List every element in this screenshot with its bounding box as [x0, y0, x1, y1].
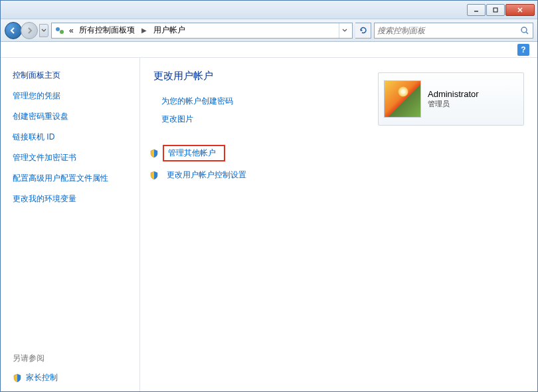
help-button[interactable]: ?: [517, 44, 529, 56]
see-also-label: 另请参阅: [13, 353, 132, 364]
user-info: Administrator 管理员: [428, 89, 479, 109]
link-uac-settings[interactable]: 更改用户帐户控制设置: [149, 168, 524, 182]
link-manage-other-accounts[interactable]: 管理其他帐户: [149, 145, 524, 161]
svg-point-6: [521, 27, 527, 33]
forward-button[interactable]: [21, 22, 38, 39]
shield-icon: [149, 149, 159, 158]
searchbox[interactable]: [374, 23, 533, 39]
help-strip: ?: [1, 42, 537, 58]
breadcrumb-prefix[interactable]: «: [68, 26, 75, 35]
breadcrumb-seg1[interactable]: 所有控制面板项: [78, 25, 136, 36]
breadcrumb-arrow-icon: ▶: [139, 27, 149, 34]
nav-arrows: [5, 22, 48, 39]
user-card[interactable]: Administrator 管理员: [378, 72, 524, 126]
search-icon[interactable]: [519, 25, 530, 36]
sidebar-link-credentials[interactable]: 管理您的凭据: [13, 90, 132, 102]
back-button[interactable]: [5, 22, 22, 39]
sidebar-link-online-id[interactable]: 链接联机 ID: [13, 132, 132, 143]
sidebar-link-encryption-certs[interactable]: 管理文件加密证书: [13, 152, 132, 163]
sidebar-title[interactable]: 控制面板主页: [13, 70, 132, 81]
sidebar-link-advanced-profile[interactable]: 配置高级用户配置文件属性: [13, 173, 132, 184]
control-panel-icon: [54, 25, 65, 36]
addressbar[interactable]: « 所有控制面板项 ▶ 用户帐户: [51, 23, 353, 39]
link-text: 管理其他帐户: [163, 145, 225, 161]
window: « 所有控制面板项 ▶ 用户帐户 ? 控制面板主页 管理您的凭据 创建密码重设盘: [0, 0, 538, 392]
close-button[interactable]: [505, 4, 535, 16]
svg-line-7: [526, 32, 528, 34]
user-picture: [384, 80, 421, 118]
user-role: 管理员: [428, 99, 479, 109]
maximize-button[interactable]: [486, 4, 505, 16]
shield-icon: [13, 373, 22, 383]
svg-rect-1: [493, 8, 497, 12]
sidebar-link-env-vars[interactable]: 更改我的环境变量: [13, 193, 132, 205]
address-dropdown[interactable]: [339, 23, 349, 38]
sidebar-link-parental[interactable]: 家长控制: [13, 372, 132, 383]
parental-label: 家长控制: [26, 372, 58, 383]
window-controls: [466, 4, 535, 16]
nav-history-dropdown[interactable]: [39, 24, 48, 37]
titlebar: [1, 1, 537, 19]
breadcrumb-seg2[interactable]: 用户帐户: [152, 25, 187, 36]
content: 控制面板主页 管理您的凭据 创建密码重设盘 链接联机 ID 管理文件加密证书 配…: [1, 58, 537, 391]
sidebar-link-password-reset-disk[interactable]: 创建密码重设盘: [13, 111, 132, 122]
main: 更改用户帐户 为您的帐户创建密码 更改图片 管理其他帐户 更改用户帐户控制设置 …: [140, 58, 537, 391]
link-text: 更改用户帐户控制设置: [163, 168, 250, 182]
navbar: « 所有控制面板项 ▶ 用户帐户: [1, 19, 537, 42]
refresh-button[interactable]: [355, 23, 371, 39]
svg-point-4: [56, 27, 60, 31]
svg-point-5: [60, 30, 64, 34]
shield-icon: [149, 171, 159, 180]
sidebar: 控制面板主页 管理您的凭据 创建密码重设盘 链接联机 ID 管理文件加密证书 配…: [1, 58, 140, 391]
user-name: Administrator: [428, 89, 479, 99]
search-input[interactable]: [377, 26, 519, 35]
minimize-button[interactable]: [467, 4, 486, 16]
